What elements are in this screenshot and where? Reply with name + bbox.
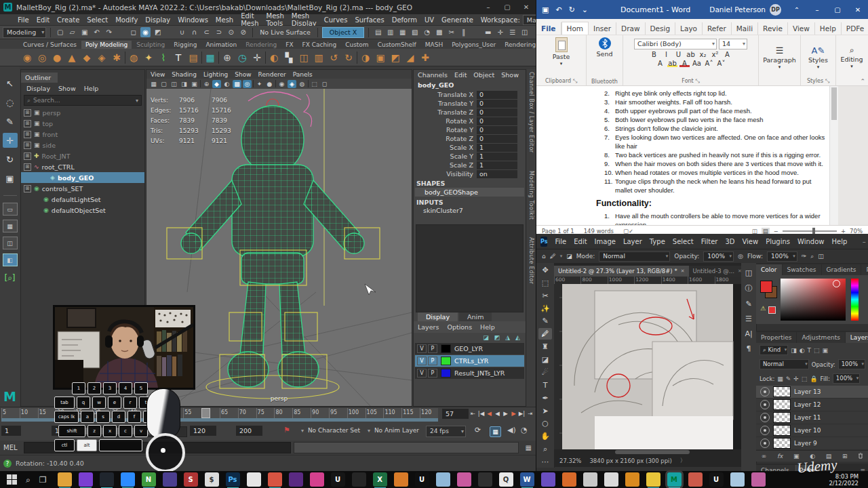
layout-two-icon[interactable]: ◫ xyxy=(3,237,18,249)
outliner-item-persp[interactable]: ⊞ ▣ persp xyxy=(21,107,144,118)
viewport-toolbar-icon[interactable]: ◎ xyxy=(243,80,252,88)
smoothing-icon[interactable]: ⌕ xyxy=(810,253,814,260)
home-icon[interactable]: ⌂ xyxy=(542,253,546,260)
layer-editor-tab[interactable]: Anim xyxy=(459,312,492,321)
maya-menu-item[interactable]: Select xyxy=(87,16,108,24)
viewport-menu-item[interactable]: View xyxy=(151,71,165,78)
viewport-toolbar-icon[interactable]: ▢ xyxy=(159,80,168,88)
select-component-icon[interactable]: ◩ xyxy=(153,27,163,37)
layer-blend-mode-select[interactable]: Normal xyxy=(760,359,809,369)
lock-transparent-icon[interactable]: ▦ xyxy=(777,375,783,382)
photoshop-menu-item[interactable]: Type xyxy=(650,238,665,245)
hue-slider[interactable] xyxy=(851,279,859,321)
expand-icon[interactable]: ⊞ xyxy=(24,120,31,127)
snap-view-icon[interactable]: ⊙ xyxy=(226,27,236,37)
chevron-down-icon[interactable]: ▾ xyxy=(301,428,304,434)
play-backwards-button[interactable]: ◀ xyxy=(494,408,501,419)
expand-icon[interactable]: ⊞ xyxy=(24,163,31,171)
minimize-icon[interactable]: – xyxy=(479,3,498,11)
monitor-app[interactable] xyxy=(604,472,618,487)
scale-tool-icon[interactable]: ▣ xyxy=(3,171,18,186)
mirror-right-icon[interactable]: ↻ xyxy=(342,51,355,64)
side-tab[interactable]: Attribute Editor xyxy=(528,237,534,285)
paint-effects-icon[interactable]: ◔ xyxy=(422,27,432,37)
sweep-mesh-icon[interactable]: ✦ xyxy=(142,51,155,64)
new-layer-icon[interactable]: ⊞ xyxy=(842,453,848,460)
channel-attribute-row[interactable]: Translate X 0 xyxy=(414,90,526,99)
pause-icon[interactable]: ‖ xyxy=(458,27,469,37)
ribbon-tab[interactable]: Refer xyxy=(703,22,732,35)
go-to-start-button[interactable]: ⇤ xyxy=(469,408,477,419)
expand-icon[interactable] xyxy=(41,175,47,181)
shelf-tab[interactable]: Polygons_User xyxy=(448,41,500,49)
zoom-in-icon[interactable]: + xyxy=(841,228,846,235)
white-app[interactable] xyxy=(247,472,261,487)
layer-editor-tab[interactable]: Display xyxy=(418,312,458,321)
ipr-render-icon[interactable]: ▦ xyxy=(397,27,408,37)
photoshop-canvas[interactable] xyxy=(554,284,741,449)
delete-layer-icon[interactable] xyxy=(858,453,863,460)
color-panel-tab[interactable]: Patterns xyxy=(861,264,868,275)
attribute-value-field[interactable]: 1 xyxy=(477,161,517,169)
rotate-tool-icon[interactable]: ↻ xyxy=(3,152,18,167)
undo-icon[interactable]: ↶ xyxy=(555,5,561,14)
layer-color-swatch[interactable] xyxy=(441,357,451,365)
lock-pixels-icon[interactable]: ✎ xyxy=(786,375,791,382)
shelf-tab[interactable]: MASH xyxy=(421,41,447,49)
viewport-toolbar-icon[interactable]: ● xyxy=(265,80,274,88)
character-icon[interactable]: A| xyxy=(745,329,752,338)
center-pivot-icon[interactable]: ✛ xyxy=(250,51,264,64)
channel-attribute-row[interactable]: Rotate Y 0 xyxy=(414,125,526,134)
viewport-toolbar-icon[interactable] xyxy=(253,80,254,87)
zoom-percent-field[interactable]: 27.32% xyxy=(559,458,581,464)
shelf-tab[interactable]: Poly Modeling xyxy=(81,41,132,49)
animation-start-field[interactable]: 1 xyxy=(1,426,21,436)
reset-transform-icon[interactable]: ◷ xyxy=(235,51,249,64)
Layer 12[interactable]: Layer 12 xyxy=(756,399,868,411)
construction-history-icon[interactable]: ▤ xyxy=(373,27,383,37)
outliner-item-default-light-set[interactable]: ◉ defaultLightSet xyxy=(21,194,144,205)
shape-tool[interactable]: ○ xyxy=(538,418,552,430)
paragraph-button[interactable]: ☰ Paragraph▾ xyxy=(763,45,796,70)
live-surface-label[interactable]: No Live Surface xyxy=(257,28,313,36)
color-panel-tab[interactable]: Swatches xyxy=(783,264,821,275)
plane-icon[interactable]: ◈ xyxy=(95,51,108,64)
ribbon-tab[interactable]: Layo xyxy=(675,22,703,35)
word[interactable]: W xyxy=(520,472,534,487)
photoshop-menu-item[interactable]: Help xyxy=(831,238,847,245)
obs-studio[interactable] xyxy=(100,472,114,487)
strikethrough-button[interactable]: ab xyxy=(686,51,696,58)
outliner-item-root-ctrl[interactable]: ⊞ ∿ root_CTRL xyxy=(21,161,144,172)
panel-tab[interactable]: Layers xyxy=(846,332,868,343)
type-tool[interactable]: T xyxy=(538,380,552,391)
platonic-icon[interactable]: ✱ xyxy=(110,51,123,64)
separate-icon[interactable]: ◫ xyxy=(297,51,311,64)
snap-projected-icon[interactable]: ⊃ xyxy=(214,27,224,37)
expand-icon[interactable]: ⊞ xyxy=(24,131,31,138)
snap-point-icon[interactable]: ⊂ xyxy=(201,27,212,37)
collapse-ribbon-icon[interactable]: ⌃ xyxy=(860,78,865,85)
snap-surface-icon[interactable]: ⊘ xyxy=(238,27,248,37)
move-layer-down-icon[interactable]: ◭ xyxy=(515,334,520,341)
filter-shape-icon[interactable]: ⬚ xyxy=(814,347,820,354)
shape-node[interactable]: body_GEOShape xyxy=(415,188,524,197)
shelf-icon[interactable] xyxy=(357,52,357,64)
viewport-toolbar-icon[interactable] xyxy=(200,80,201,87)
ps-layer-name[interactable]: Layer 10 xyxy=(794,427,821,434)
color-picker[interactable]: ⚠ xyxy=(756,275,868,324)
path-select-tool[interactable]: ➤ xyxy=(538,405,552,417)
layer-visibility-eye-icon[interactable] xyxy=(760,387,770,396)
lasso-tool-icon[interactable]: ◌ xyxy=(3,95,18,110)
brush-tool[interactable]: 🖉 xyxy=(538,328,552,340)
layer-editor-menu-item[interactable]: Options xyxy=(447,323,472,331)
minimize-icon[interactable]: – xyxy=(854,238,868,245)
expand-icon[interactable]: ⊞ xyxy=(24,142,31,149)
layout-single-icon[interactable]: ▭ xyxy=(3,203,18,216)
minimize-icon[interactable]: – xyxy=(807,6,827,14)
pressure-opacity-icon[interactable]: ◎ xyxy=(738,253,743,260)
modeling-toolkit-icon[interactable]: ▦ xyxy=(203,51,217,64)
attribute-value-field[interactable]: on xyxy=(477,170,517,178)
attribute-value-field[interactable]: 1 xyxy=(477,144,517,152)
layer-visibility-toggle[interactable]: V xyxy=(417,344,427,353)
side-tab[interactable]: Channel Box / Layer Editor xyxy=(528,72,534,153)
